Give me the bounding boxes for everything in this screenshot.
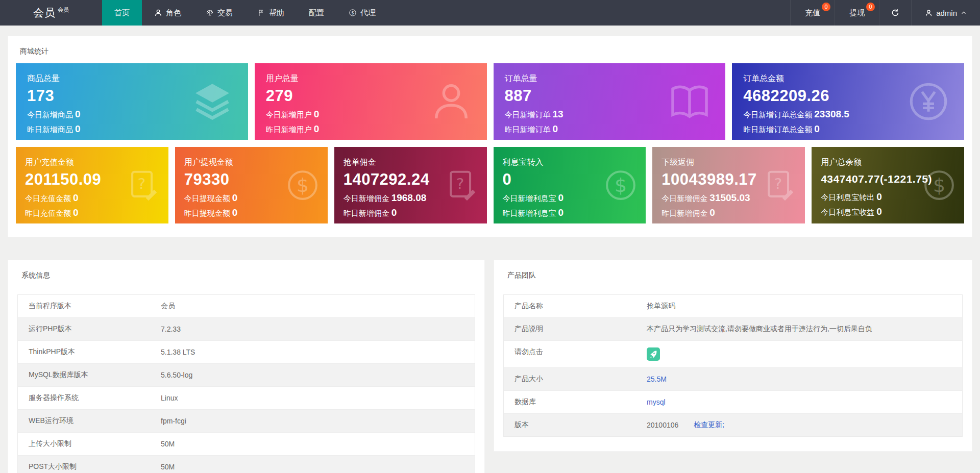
stat-line-value: 0	[73, 207, 79, 218]
stat-title: 用户提现金额	[184, 157, 318, 168]
stat-line-label: 今日新增用户	[266, 110, 312, 119]
row-value: 50M	[161, 456, 475, 473]
stat-line-label: 昨日提现金额	[184, 209, 230, 217]
table-row: 运行PHP版本 7.2.33	[18, 318, 475, 341]
stat-card-order-amount-total: 订单总金额 4682209.26 今日新增订单总金额23308.5 昨日新增订单…	[732, 63, 964, 140]
user-menu[interactable]: admin	[911, 0, 980, 26]
system-info-table: 当前程序版本 会员 运行PHP版本 7.2.33 ThinkPHP版本 5.1.…	[17, 294, 475, 473]
row-value: 5.1.38 LTS	[161, 341, 475, 363]
row-label: ThinkPHP版本	[18, 341, 161, 363]
dollar-circle-icon	[349, 9, 357, 17]
row-label: MySQL数据库版本	[18, 364, 161, 386]
row-label: 上传大小限制	[18, 433, 161, 455]
book-icon	[667, 79, 712, 124]
stat-line-value: 0	[73, 192, 79, 203]
stat-line-value: 31505.03	[709, 192, 750, 203]
file-question-icon	[762, 167, 798, 203]
stat-line-label: 今日充值金额	[25, 194, 71, 203]
stat-card-users-total: 用户总量 279 今日新增用户0 昨日新增用户0	[255, 63, 487, 140]
row-value: 7.2.33	[161, 318, 475, 340]
withdraw-badge: 0	[866, 3, 875, 11]
withdraw-button[interactable]: 提现 0	[835, 0, 879, 26]
system-info-panel: 系统信息 当前程序版本 会员 运行PHP版本 7.2.33 ThinkPHP版本…	[8, 260, 485, 473]
product-size-link[interactable]: 25.5M	[647, 375, 667, 383]
stat-line-label: 昨日新增商品	[27, 125, 73, 134]
table-row: 当前程序版本 会员	[18, 295, 475, 318]
nav-item-label: 代理	[360, 8, 376, 18]
table-row: MySQL数据库版本 5.6.50-log	[18, 364, 475, 387]
stat-line-value: 0	[314, 123, 320, 134]
stat-line-value: 0	[876, 206, 882, 217]
main-menu: 首页 角色 交易 帮助 配置 代理	[102, 0, 388, 26]
nav-item-label: 角色	[166, 8, 181, 18]
withdraw-label: 提现	[849, 8, 865, 18]
brand-logo[interactable]: 会员 会员	[0, 0, 102, 26]
stat-line-value: 0	[558, 192, 564, 203]
stat-line-label: 今日利息宝转出	[821, 193, 874, 202]
navbar-right: 充值 0 提现 0 admin	[790, 0, 980, 26]
username: admin	[936, 9, 957, 17]
stat-line-value: 0	[876, 191, 882, 202]
stat-line-label: 今日新增佣金	[662, 194, 707, 203]
stat-line-label: 今日利息宝收益	[821, 208, 874, 216]
row-label: 产品名称	[504, 295, 647, 317]
stat-line-value: 0	[232, 207, 238, 218]
stat-title: 抢单佣金	[344, 157, 478, 168]
stat-line-label: 昨日新增订单总金额	[743, 125, 812, 134]
database-link[interactable]: mysql	[647, 398, 666, 406]
stat-title: 用户充值金额	[25, 157, 159, 168]
table-row: 请勿点击	[504, 341, 962, 368]
dollar-circle-icon	[603, 167, 639, 203]
layers-icon	[190, 79, 235, 124]
refresh-button[interactable]	[879, 0, 911, 26]
check-update-link[interactable]: 检查更新;	[694, 420, 724, 430]
nav-item-label: 帮助	[269, 8, 284, 18]
user-icon	[925, 9, 933, 17]
table-row: POST大小限制 50M	[18, 456, 475, 473]
recharge-button[interactable]: 充值 0	[790, 0, 835, 26]
panel-title: 商城统计	[16, 44, 964, 63]
stat-title: 下级返佣	[662, 157, 796, 168]
scales-icon	[206, 9, 214, 17]
brand-subtitle: 会员	[58, 6, 69, 14]
yen-circle-icon	[906, 79, 951, 124]
stat-card-goods-total: 商品总量 173 今日新增商品0 昨日新增商品0	[16, 63, 248, 140]
stat-card-user-recharge: 用户充值金额 201150.09 今日充值金额0 昨日充值金额0	[16, 147, 168, 223]
person-icon	[429, 79, 474, 124]
nav-item-label: 首页	[114, 8, 130, 18]
user-icon	[154, 9, 162, 17]
stat-line-label: 今日新增订单总金额	[743, 110, 812, 119]
nav-item-home[interactable]: 首页	[102, 0, 142, 26]
stat-line-label: 昨日新增用户	[266, 125, 312, 134]
row-label: 产品说明	[504, 318, 647, 340]
row-value: 抢单源码	[647, 295, 962, 317]
dollar-circle-icon	[285, 167, 321, 203]
row-label: 数据库	[504, 391, 647, 413]
nav-item-config[interactable]: 配置	[297, 0, 336, 26]
row-value	[647, 341, 962, 367]
nav-item-help[interactable]: 帮助	[245, 0, 297, 26]
brand-title: 会员	[33, 6, 56, 20]
flag-icon	[257, 9, 265, 17]
stat-card-orders-total: 订单总量 887 今日新增订单13 昨日新增订单0	[494, 63, 726, 140]
stat-card-grab-commission: 抢单佣金 1407292.24 今日新增佣金1968.08 昨日新增佣金0	[334, 147, 487, 223]
nav-item-agent[interactable]: 代理	[336, 0, 388, 26]
row-label: 当前程序版本	[18, 295, 161, 317]
stat-line-label: 今日提现金额	[184, 194, 230, 203]
table-row: 数据库 mysql	[504, 391, 962, 414]
chevron-up-icon	[961, 10, 967, 16]
nav-item-transactions[interactable]: 交易	[193, 0, 245, 26]
stat-title: 用户总余额	[821, 157, 955, 168]
row-label: 产品大小	[504, 368, 647, 390]
stat-line-value: 0	[553, 123, 558, 134]
stat-card-sub-rebate: 下级返佣 10043989.17 今日新增佣金31505.03 昨日新增佣金0	[652, 147, 805, 223]
stat-line-value: 0	[75, 109, 81, 119]
row-value: Linux	[161, 387, 475, 409]
table-row: 上传大小限制 50M	[18, 433, 475, 456]
nav-item-roles[interactable]: 角色	[142, 0, 193, 26]
stat-card-user-withdraw: 用户提现金额 79330 今日提现金额0 昨日提现金额0	[175, 147, 328, 223]
row-label: 版本	[504, 414, 647, 436]
rocket-icon[interactable]	[647, 347, 660, 361]
recharge-label: 充值	[805, 8, 820, 18]
row-value: 50M	[161, 433, 475, 455]
